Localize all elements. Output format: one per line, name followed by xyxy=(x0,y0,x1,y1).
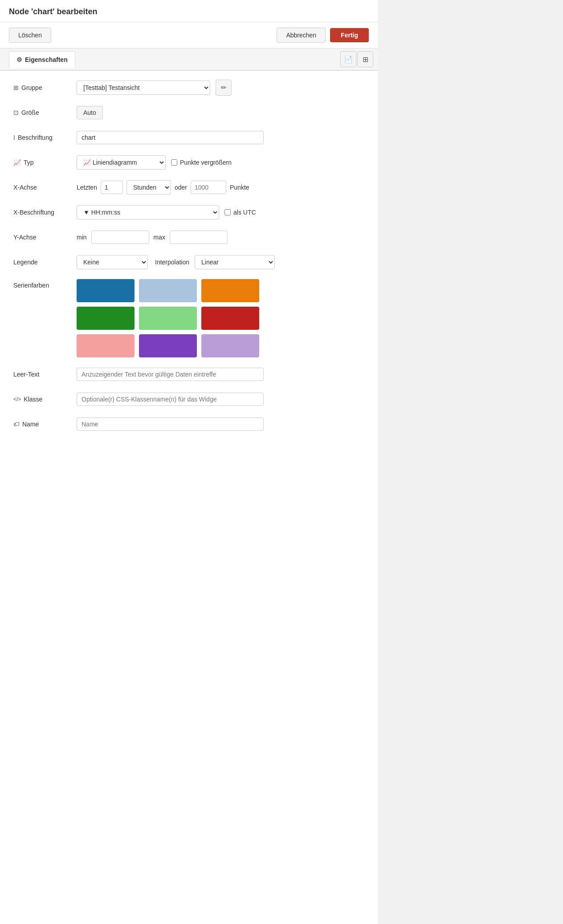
x-achse-label: X-Achse xyxy=(13,184,71,191)
pencil-icon: ✏ xyxy=(221,84,227,92)
table-icon: ⊞ xyxy=(13,84,19,91)
name-label-text: Name xyxy=(22,421,39,428)
color-swatch-5[interactable] xyxy=(139,307,197,330)
serienfarben-row: Serienfarben xyxy=(13,279,364,357)
page-title-text: Node 'chart' bearbeiten xyxy=(9,7,98,16)
serienfarben-label: Serienfarben xyxy=(13,279,71,289)
tab-eigenschaften[interactable]: ⚙ Eigenschaften xyxy=(9,51,75,69)
gruppe-edit-button[interactable]: ✏ xyxy=(216,80,232,96)
text-cursor-icon: I xyxy=(13,134,15,141)
klasse-input[interactable] xyxy=(77,393,264,406)
x-achse-points-input[interactable] xyxy=(191,181,226,194)
x-beschriftung-row: X-Beschriftung ▼ HH:mm:ss als UTC xyxy=(13,204,364,220)
color-swatch-9[interactable] xyxy=(201,334,259,357)
x-beschriftung-label-text: X-Beschriftung xyxy=(13,209,54,216)
utc-checkbox[interactable] xyxy=(224,209,231,215)
leertext-row: Leer-Text xyxy=(13,366,364,382)
x-achse-value-input[interactable] xyxy=(101,181,123,194)
gruppe-select[interactable]: [Testtab] Testansicht xyxy=(77,81,210,95)
x-achse-unit-select[interactable]: Stunden Minuten xyxy=(126,180,171,195)
color-swatch-1[interactable] xyxy=(77,279,135,302)
y-min-input[interactable] xyxy=(91,231,149,244)
delete-button[interactable]: Löschen xyxy=(9,28,51,43)
tab-label: Eigenschaften xyxy=(25,56,68,63)
color-swatch-3[interactable] xyxy=(201,279,259,302)
groesse-row: ⊡ Größe Auto xyxy=(13,105,364,121)
code-icon: </> xyxy=(13,396,21,402)
y-achse-label: Y-Achse xyxy=(13,234,71,241)
legende-label-text: Legende xyxy=(13,259,38,266)
tag-icon: 🏷 xyxy=(13,421,20,428)
typ-label: 📈 Typ xyxy=(13,159,71,166)
description-button[interactable]: 📄 xyxy=(340,51,356,67)
beschriftung-label-text: Beschriftung xyxy=(18,134,53,141)
gear-icon: ⚙ xyxy=(16,56,22,63)
gruppe-row: ⊞ Gruppe [Testtab] Testansicht ✏ xyxy=(13,80,364,96)
typ-row: 📈 Typ 📈 Liniendiagramm Punkte vergrößern xyxy=(13,154,364,170)
color-swatch-4[interactable] xyxy=(77,307,135,330)
typ-select[interactable]: 📈 Liniendiagramm xyxy=(77,155,166,170)
klasse-row: </> Klasse xyxy=(13,391,364,407)
tabs-bar: ⚙ Eigenschaften 📄 ⊞ xyxy=(0,49,378,71)
klasse-label-text: Klasse xyxy=(24,396,42,403)
min-label: min xyxy=(77,234,87,241)
name-input[interactable] xyxy=(77,417,264,431)
interpolation-label: Interpolation xyxy=(155,259,189,266)
groesse-label: ⊡ Größe xyxy=(13,109,71,116)
punkte-checkbox-wrapper: Punkte vergrößern xyxy=(171,159,232,166)
x-achse-row: X-Achse Letzten Stunden Minuten oder Pun… xyxy=(13,179,364,195)
legende-label: Legende xyxy=(13,259,71,266)
beschriftung-label: I Beschriftung xyxy=(13,134,71,141)
form-body: ⊞ Gruppe [Testtab] Testansicht ✏ ⊡ Größe… xyxy=(0,71,378,441)
leertext-label-text: Leer-Text xyxy=(13,371,39,378)
grid-button[interactable]: ⊞ xyxy=(357,51,373,67)
max-label: max xyxy=(154,234,165,241)
interpolation-select[interactable]: Linear Stufe xyxy=(195,255,275,269)
done-button[interactable]: Fertig xyxy=(330,28,369,42)
toolbar: Löschen Abbrechen Fertig xyxy=(0,22,378,49)
cancel-button[interactable]: Abbrechen xyxy=(277,28,326,43)
tab-actions: 📄 ⊞ xyxy=(336,49,378,70)
klasse-label: </> Klasse xyxy=(13,396,71,403)
beschriftung-input[interactable] xyxy=(77,131,264,144)
name-row: 🏷 Name xyxy=(13,416,364,432)
utc-label: als UTC xyxy=(233,209,256,216)
punkte-label: Punkte vergrößern xyxy=(180,159,232,166)
punkte-checkbox[interactable] xyxy=(171,159,177,166)
legende-row: Legende Keine Oben Unten Interpolation L… xyxy=(13,254,364,270)
beschriftung-row: I Beschriftung xyxy=(13,130,364,146)
letzten-label: Letzten xyxy=(77,184,97,191)
x-achse-controls: Letzten Stunden Minuten oder Punkte xyxy=(77,180,249,195)
color-swatch-6[interactable] xyxy=(201,307,259,330)
gruppe-label-text: Gruppe xyxy=(21,84,42,91)
y-achse-row: Y-Achse min max xyxy=(13,229,364,245)
y-achse-label-text: Y-Achse xyxy=(13,234,37,241)
x-achse-label-text: X-Achse xyxy=(13,184,37,191)
leertext-label: Leer-Text xyxy=(13,371,71,378)
punkte-text: Punkte xyxy=(230,184,249,191)
y-max-input[interactable] xyxy=(170,231,228,244)
size-auto-button[interactable]: Auto xyxy=(77,106,103,119)
legende-select[interactable]: Keine Oben Unten xyxy=(77,255,148,269)
x-beschriftung-label: X-Beschriftung xyxy=(13,209,71,216)
typ-label-text: Typ xyxy=(24,159,34,166)
leertext-input[interactable] xyxy=(77,368,264,381)
utc-checkbox-wrapper: als UTC xyxy=(224,209,256,216)
serienfarben-label-text: Serienfarben xyxy=(13,282,49,289)
name-label: 🏷 Name xyxy=(13,421,71,428)
color-swatch-7[interactable] xyxy=(77,334,135,357)
x-beschriftung-select[interactable]: ▼ HH:mm:ss xyxy=(77,205,219,219)
color-swatch-8[interactable] xyxy=(139,334,197,357)
page-title: Node 'chart' bearbeiten xyxy=(0,0,378,22)
color-swatch-2[interactable] xyxy=(139,279,197,302)
gruppe-label: ⊞ Gruppe xyxy=(13,84,71,91)
oder-label: oder xyxy=(175,184,187,191)
groesse-label-text: Größe xyxy=(21,109,39,116)
chart-icon: 📈 xyxy=(13,159,21,166)
y-achse-controls: min max xyxy=(77,231,228,244)
size-icon: ⊡ xyxy=(13,109,19,116)
serienfarben-grid xyxy=(77,279,259,357)
